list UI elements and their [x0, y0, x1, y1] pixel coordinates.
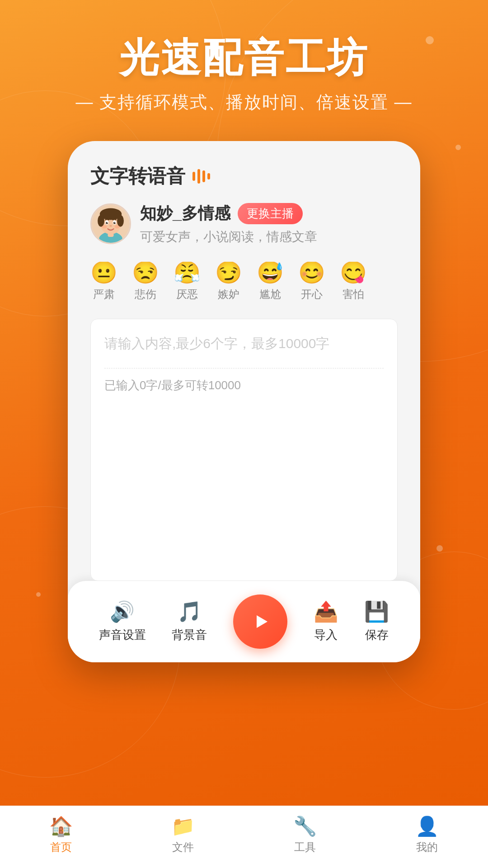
nav-item-tools[interactable]: 🔧 工具 [293, 815, 317, 854]
nav-home-label: 首页 [50, 840, 72, 854]
tools-icon: 🔧 [293, 815, 317, 837]
presenter-row: 知妙_多情感 更换主播 可爱女声，小说阅读，情感文章 [90, 203, 398, 245]
text-input-area[interactable]: 请输入内容,最少6个字，最多10000字 已输入0字/最多可转10000 [90, 319, 398, 581]
play-icon [249, 611, 271, 632]
emotion-emoji: 😤 [174, 262, 201, 283]
emotion-label: 开心 [301, 287, 323, 302]
bottom-navigation: 🏠 首页 📁 文件 🔧 工具 👤 我的 [0, 806, 488, 868]
emotion-label: 嫉妒 [218, 287, 239, 302]
svg-point-6 [117, 215, 124, 227]
emotion-item-严肃[interactable]: 😐 严肃 [90, 262, 117, 302]
emotion-label: 悲伤 [135, 287, 156, 302]
presenter-name: 知妙_多情感 [140, 203, 230, 225]
bg-music-label: 背景音 [172, 627, 207, 643]
presenter-name-row: 知妙_多情感 更换主播 [140, 203, 398, 225]
mine-icon: 👤 [415, 815, 439, 837]
sound-wave-icon [192, 169, 210, 184]
import-button[interactable]: 📤 导入 [314, 600, 338, 643]
files-icon: 📁 [171, 815, 195, 837]
emotion-item-悲伤[interactable]: 😒 悲伤 [132, 262, 159, 302]
emotion-label: 严肃 [93, 287, 115, 302]
svg-point-9 [106, 222, 108, 224]
emotion-item-害怕[interactable]: 😋 害怕 [340, 262, 367, 302]
emotion-emoji: 😏 [215, 262, 242, 283]
emotion-item-厌恶[interactable]: 😤 厌恶 [174, 262, 201, 302]
avatar-image [92, 203, 130, 244]
app-subtitle: — 支持循环模式、播放时间、倍速设置 — [75, 91, 412, 114]
wave-bar-2 [197, 169, 200, 184]
svg-point-13 [109, 225, 112, 227]
emotion-emoji: 😅 [257, 262, 284, 283]
emotion-label: 尴尬 [259, 287, 281, 302]
wave-bar-1 [192, 172, 195, 181]
svg-point-12 [114, 222, 115, 223]
emotion-emoji: 😒 [132, 262, 159, 283]
emotion-emoji: 😊 [298, 262, 325, 283]
sound-settings-label: 声音设置 [99, 627, 146, 643]
emotion-label: 害怕 [343, 287, 364, 302]
bg-music-icon: 🎵 [177, 600, 202, 623]
svg-point-10 [113, 222, 116, 224]
presenter-info: 知妙_多情感 更换主播 可爱女声，小说阅读，情感文章 [140, 203, 398, 245]
presenter-description: 可爱女声，小说阅读，情感文章 [140, 228, 398, 245]
save-button[interactable]: 💾 保存 [364, 600, 389, 643]
svg-point-11 [107, 222, 108, 223]
sound-settings-icon: 🔊 [110, 600, 135, 623]
emotion-emoji: 😋 [340, 262, 367, 283]
emotion-row: 😐 严肃 😒 悲伤 😤 厌恶 😏 嫉妒 😅 尴尬 😊 开心 😋 害怕 [90, 262, 398, 306]
divider [104, 368, 384, 368]
save-icon: 💾 [364, 600, 389, 623]
nav-item-files[interactable]: 📁 文件 [171, 815, 195, 854]
emotion-item-尴尬[interactable]: 😅 尴尬 [257, 262, 284, 302]
import-icon: 📤 [314, 600, 338, 623]
save-label: 保存 [365, 627, 389, 643]
home-icon: 🏠 [49, 815, 73, 837]
char-count: 已输入0字/最多可转10000 [104, 377, 384, 393]
avatar [90, 203, 131, 244]
bg-music-button[interactable]: 🎵 背景音 [172, 600, 207, 643]
tts-header: 文字转语音 [90, 164, 398, 189]
emotion-item-嫉妒[interactable]: 😏 嫉妒 [215, 262, 242, 302]
phone-card: 文字转语音 [68, 141, 420, 662]
wave-bar-4 [207, 173, 210, 179]
header: 光速配音工坊 — 支持循环模式、播放时间、倍速设置 — [75, 0, 412, 127]
emotion-label: 厌恶 [176, 287, 198, 302]
tts-title: 文字转语音 [90, 164, 185, 189]
wave-bar-3 [202, 170, 205, 182]
svg-point-14 [102, 225, 107, 228]
nav-item-mine[interactable]: 👤 我的 [415, 815, 439, 854]
sound-settings-button[interactable]: 🔊 声音设置 [99, 600, 146, 643]
nav-mine-label: 我的 [416, 840, 438, 854]
emotion-emoji: 😐 [90, 262, 117, 283]
change-presenter-button[interactable]: 更换主播 [238, 203, 303, 224]
svg-point-5 [98, 215, 104, 227]
nav-files-label: 文件 [172, 840, 194, 854]
bottom-toolbar: 🔊 声音设置 🎵 背景音 📤 导入 💾 保存 [68, 581, 420, 662]
import-label: 导入 [314, 627, 338, 643]
main-content: 光速配音工坊 — 支持循环模式、播放时间、倍速设置 — 文字转语音 [0, 0, 488, 868]
nav-tools-label: 工具 [294, 840, 316, 854]
app-title: 光速配音工坊 [75, 36, 412, 80]
emotion-item-开心[interactable]: 😊 开心 [298, 262, 325, 302]
nav-item-home[interactable]: 🏠 首页 [49, 815, 73, 854]
svg-point-15 [114, 225, 119, 228]
svg-marker-16 [257, 615, 267, 628]
play-button[interactable] [233, 594, 287, 649]
text-placeholder: 请输入内容,最少6个字，最多10000字 [104, 333, 384, 354]
